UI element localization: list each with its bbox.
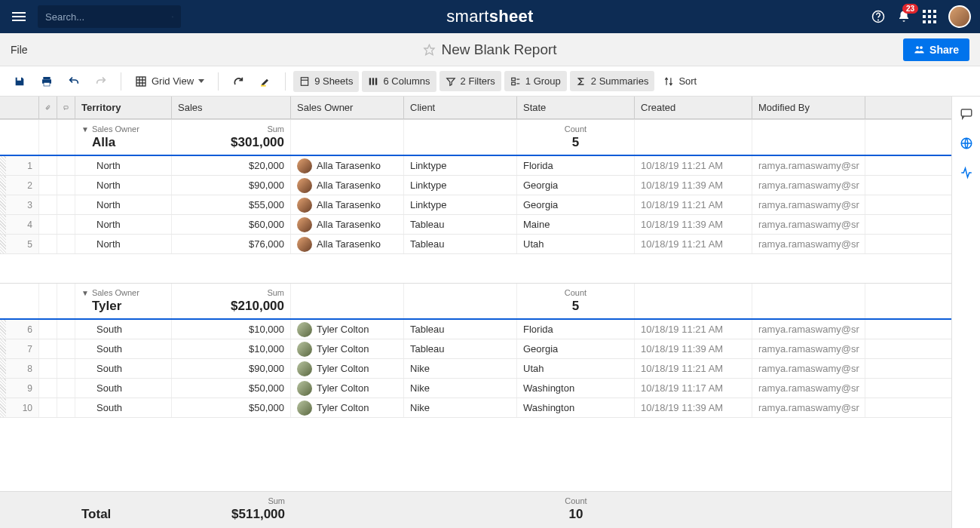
owner-header[interactable]: Sales Owner [291,97,404,118]
client-header[interactable]: Client [404,97,517,118]
cell-client[interactable]: Nike [404,398,517,417]
cell-modifiedby[interactable]: ramya.ramaswamy@sr [752,398,865,417]
cell-client[interactable]: Nike [404,379,517,398]
cell-owner[interactable]: Alla Tarasenko [291,215,404,234]
row-number[interactable]: 9 [0,379,39,398]
attachments-header[interactable] [39,97,57,118]
cell-territory[interactable]: North [75,156,172,175]
created-header[interactable]: Created [635,97,752,118]
cell-modifiedby[interactable]: ramya.ramaswamy@sr [752,339,865,358]
group-header[interactable]: ▼Sales Owner Sum Count Tyler $210,000 5 [0,283,951,320]
row-number[interactable]: 10 [0,398,39,417]
activity-icon[interactable] [960,166,973,182]
cell-sales[interactable]: $76,000 [172,235,291,253]
table-row[interactable]: 5 North $76,000 Alla Tarasenko Tableau U… [0,235,951,254]
favorite-icon[interactable] [423,44,435,56]
menu-icon[interactable] [9,9,29,24]
cell-sales[interactable]: $90,000 [172,359,291,378]
cell-created[interactable]: 10/18/19 11:21 AM [635,156,752,175]
cell-client[interactable]: Nike [404,359,517,378]
row-attach[interactable] [39,339,57,358]
row-number[interactable]: 7 [0,339,39,358]
cell-created[interactable]: 10/18/19 11:21 AM [635,235,752,253]
cell-modifiedby[interactable]: ramya.ramaswamy@sr [752,215,865,234]
cell-created[interactable]: 10/18/19 11:39 AM [635,215,752,234]
row-number[interactable]: 6 [0,320,39,339]
undo-button[interactable] [62,71,86,92]
columns-selector[interactable]: 6 Columns [362,71,436,92]
cell-modifiedby[interactable]: ramya.ramaswamy@sr [752,235,865,253]
cell-sales[interactable]: $55,000 [172,195,291,214]
territory-header[interactable]: Territory [75,97,172,118]
cell-modifiedby[interactable]: ramya.ramaswamy@sr [752,359,865,378]
table-row[interactable]: 9 South $50,000 Tyler Colton Nike Washin… [0,379,951,398]
comments-header[interactable] [57,97,75,118]
cell-owner[interactable]: Tyler Colton [291,379,404,398]
cell-sales[interactable]: $10,000 [172,320,291,339]
row-comment[interactable] [57,339,75,358]
table-row[interactable]: 10 South $50,000 Tyler Colton Nike Washi… [0,398,951,418]
save-button[interactable] [8,71,32,92]
sheet-area[interactable]: Territory Sales Sales Owner Client State… [0,97,951,528]
row-number[interactable]: 5 [0,235,39,253]
cell-modifiedby[interactable]: ramya.ramaswamy@sr [752,379,865,398]
row-comment[interactable] [57,235,75,253]
cell-state[interactable]: Washington [517,398,635,417]
cell-sales[interactable]: $50,000 [172,379,291,398]
cell-territory[interactable]: North [75,215,172,234]
cell-state[interactable]: Maine [517,215,635,234]
cell-state[interactable]: Georgia [517,176,635,195]
cell-created[interactable]: 10/18/19 11:17 AM [635,379,752,398]
cell-territory[interactable]: South [75,339,172,358]
row-comment[interactable] [57,156,75,175]
print-button[interactable] [35,71,59,92]
redo-button[interactable] [89,71,113,92]
row-comment[interactable] [57,398,75,417]
cell-client[interactable]: Tableau [404,215,517,234]
cell-client[interactable]: Tableau [404,320,517,339]
cell-territory[interactable]: North [75,195,172,214]
cell-created[interactable]: 10/18/19 11:21 AM [635,359,752,378]
sheets-selector[interactable]: 9 Sheets [293,71,359,92]
cell-territory[interactable]: North [75,235,172,253]
user-avatar[interactable] [948,5,971,28]
rownum-header[interactable] [0,97,39,118]
sort-selector[interactable]: Sort [657,71,703,91]
cell-modifiedby[interactable]: ramya.ramaswamy@sr [752,176,865,195]
highlight-button[interactable] [253,71,277,92]
row-comment[interactable] [57,176,75,195]
cell-state[interactable]: Florida [517,320,635,339]
cell-owner[interactable]: Alla Tarasenko [291,235,404,253]
row-number[interactable]: 8 [0,359,39,378]
table-row[interactable]: 1 North $20,000 Alla Tarasenko Linktype … [0,156,951,176]
cell-owner[interactable]: Tyler Colton [291,398,404,417]
summaries-selector[interactable]: 2 Summaries [570,71,655,91]
cell-modifiedby[interactable]: ramya.ramaswamy@sr [752,156,865,175]
cell-state[interactable]: Georgia [517,339,635,358]
row-attach[interactable] [39,235,57,253]
row-number[interactable]: 1 [0,156,39,175]
cell-territory[interactable]: South [75,359,172,378]
row-attach[interactable] [39,215,57,234]
row-comment[interactable] [57,320,75,339]
row-comment[interactable] [57,359,75,378]
cell-sales[interactable]: $90,000 [172,176,291,195]
apps-icon[interactable] [923,10,936,23]
cell-client[interactable]: Linktype [404,176,517,195]
cell-owner[interactable]: Tyler Colton [291,359,404,378]
cell-modifiedby[interactable]: ramya.ramaswamy@sr [752,320,865,339]
cell-client[interactable]: Tableau [404,339,517,358]
cell-sales[interactable]: $20,000 [172,156,291,175]
row-attach[interactable] [39,379,57,398]
cell-created[interactable]: 10/18/19 11:21 AM [635,195,752,214]
cell-state[interactable]: Washington [517,379,635,398]
table-row[interactable]: 7 South $10,000 Tyler Colton Tableau Geo… [0,339,951,359]
group-selector[interactable]: 1 Group [504,71,567,91]
cell-client[interactable]: Tableau [404,235,517,253]
cell-sales[interactable]: $50,000 [172,398,291,417]
notifications-icon[interactable]: 23 [897,10,911,23]
row-attach[interactable] [39,359,57,378]
row-comment[interactable] [57,215,75,234]
row-attach[interactable] [39,398,57,417]
search-input[interactable] [45,11,172,23]
